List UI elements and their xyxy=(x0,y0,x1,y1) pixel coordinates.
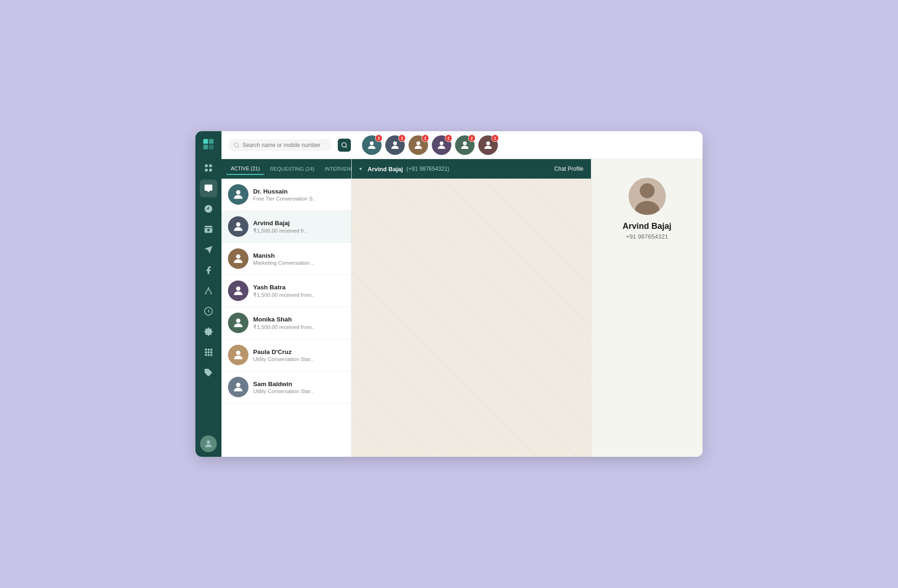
conv-msg-yash-batra: ₹1,500.00 received from.. xyxy=(253,292,345,298)
sidebar-item-apps[interactable] xyxy=(200,343,217,361)
conversation-item-manish[interactable]: Manish Marketing Conversation .. xyxy=(221,243,351,275)
svg-rect-19 xyxy=(210,349,212,351)
sidebar xyxy=(195,131,221,457)
conv-info-sam-baldwin: Sam Baldwin Utility Conversation Star.. xyxy=(253,381,345,394)
sidebar-item-history[interactable] xyxy=(200,200,217,218)
conv-avatar-paula-dcruz xyxy=(228,345,248,365)
conv-name-arvind-bajaj: Arvind Bajaj xyxy=(253,220,345,227)
conv-avatar-sam-baldwin xyxy=(228,377,248,397)
svg-point-36 xyxy=(236,190,240,194)
sidebar-item-send[interactable] xyxy=(200,241,217,259)
svg-rect-20 xyxy=(205,351,207,353)
chat-header-chevron: ▾ xyxy=(359,166,362,172)
header-avatar-2[interactable]: 2 xyxy=(385,135,405,155)
svg-point-32 xyxy=(416,141,420,145)
conv-msg-dr-hussain: Free Tier Conversation S.. xyxy=(253,196,345,201)
svg-rect-9 xyxy=(205,227,213,228)
conversation-item-sam-baldwin[interactable]: Sam Baldwin Utility Conversation Star.. xyxy=(221,371,351,403)
search-button[interactable] xyxy=(338,139,351,152)
conversation-item-yash-batra[interactable]: Yash Batra ₹1,500.00 received from.. xyxy=(221,275,351,307)
avatar-badge-5: 2 xyxy=(468,134,476,142)
svg-rect-25 xyxy=(210,354,212,356)
conversation-item-paula-dcruz[interactable]: Paula D'Cruz Utility Conversation Star.. xyxy=(221,339,351,371)
avatar-badge-1: 3 xyxy=(375,134,382,142)
svg-point-30 xyxy=(370,141,374,145)
conv-avatar-arvind-bajaj xyxy=(228,216,248,237)
conv-name-monika-shah: Monika Shah xyxy=(253,316,345,323)
sidebar-item-integrations[interactable] xyxy=(200,282,217,300)
chat-area: ▾ Arvind Bajaj (+91 987654321) Chat Prof… xyxy=(352,159,591,457)
header-avatar-3[interactable]: 2 xyxy=(409,135,428,155)
chat-background xyxy=(352,159,591,457)
svg-point-38 xyxy=(236,254,240,259)
profile-name: Arvind Bajaj xyxy=(623,221,671,231)
search-icon xyxy=(234,142,240,148)
conversation-item-dr-hussain[interactable]: Dr. Hussain Free Tier Conversation S.. xyxy=(221,179,351,211)
sidebar-item-chat[interactable] xyxy=(200,180,217,197)
avatar-badge-3: 2 xyxy=(422,134,429,142)
conversation-panel: ACTIVE (21) REQUESTING (24) INTERVENED (… xyxy=(221,159,352,457)
user-avatar-sidebar[interactable] xyxy=(200,435,217,452)
svg-point-34 xyxy=(463,141,467,145)
header-avatar-1[interactable]: 3 xyxy=(362,135,382,155)
svg-point-27 xyxy=(207,441,210,444)
conv-msg-manish: Marketing Conversation .. xyxy=(253,260,345,266)
conversation-item-arvind-bajaj[interactable]: Arvind Bajaj ₹1,500.00 received fr.. xyxy=(221,211,351,243)
avatar-badge-4: 2 xyxy=(445,134,452,142)
svg-rect-6 xyxy=(205,169,208,172)
logo[interactable] xyxy=(200,136,217,153)
svg-rect-1 xyxy=(209,139,214,144)
conv-info-yash-batra: Yash Batra ₹1,500.00 received from.. xyxy=(253,284,345,298)
svg-rect-23 xyxy=(205,354,207,356)
sidebar-item-dashboard[interactable] xyxy=(200,159,217,177)
avatar-badge-6: 1 xyxy=(491,134,499,142)
conv-info-manish: Manish Marketing Conversation .. xyxy=(253,252,345,266)
svg-point-40 xyxy=(236,319,240,323)
svg-rect-5 xyxy=(209,165,212,167)
conversation-tabs: ACTIVE (21) REQUESTING (24) INTERVENED (… xyxy=(221,159,351,179)
svg-rect-2 xyxy=(203,145,208,149)
chat-header-name: Arvind Bajaj xyxy=(368,166,403,173)
conv-name-dr-hussain: Dr. Hussain xyxy=(253,188,345,195)
svg-point-29 xyxy=(342,142,346,147)
svg-line-14 xyxy=(206,289,208,293)
svg-point-10 xyxy=(208,229,210,231)
tab-requesting[interactable]: REQUESTING (24) xyxy=(265,163,319,174)
svg-rect-0 xyxy=(203,139,208,144)
svg-point-31 xyxy=(393,141,397,145)
sidebar-item-reports[interactable] xyxy=(200,302,217,320)
conv-info-paula-dcruz: Paula D'Cruz Utility Conversation Star.. xyxy=(253,348,345,362)
top-header: 3 2 2 2 xyxy=(221,131,703,159)
conv-msg-paula-dcruz: Utility Conversation Star.. xyxy=(253,356,345,362)
conv-name-paula-dcruz: Paula D'Cruz xyxy=(253,348,345,355)
search-box xyxy=(229,139,331,151)
sidebar-item-settings[interactable] xyxy=(200,323,217,341)
header-avatars: 3 2 2 2 xyxy=(362,135,498,155)
svg-point-44 xyxy=(640,183,655,198)
tab-active[interactable]: ACTIVE (21) xyxy=(226,163,264,175)
conv-avatar-yash-batra xyxy=(228,281,248,301)
svg-point-41 xyxy=(236,351,240,355)
conv-name-manish: Manish xyxy=(253,252,345,259)
header-avatar-6[interactable]: 1 xyxy=(478,135,498,155)
conversation-item-monika-shah[interactable]: Monika Shah ₹1,500.00 received from.. xyxy=(221,307,351,339)
profile-phone: +91 987654321 xyxy=(626,233,668,240)
conv-info-monika-shah: Monika Shah ₹1,500.00 received from.. xyxy=(253,316,345,330)
chat-header-phone: (+91 987654321) xyxy=(407,166,449,172)
sidebar-item-contacts[interactable] xyxy=(200,220,217,238)
header-avatar-5[interactable]: 2 xyxy=(455,135,475,155)
header-avatar-4[interactable]: 2 xyxy=(432,135,451,155)
profile-panel: Arvind Bajaj +91 987654321 xyxy=(591,159,703,457)
conv-msg-arvind-bajaj: ₹1,500.00 received fr.. xyxy=(253,227,345,234)
conv-msg-monika-shah: ₹1,500.00 received from.. xyxy=(253,324,345,330)
sidebar-item-tags[interactable] xyxy=(200,364,217,381)
svg-point-12 xyxy=(205,293,207,294)
sidebar-nav xyxy=(200,159,217,435)
sidebar-item-facebook[interactable] xyxy=(200,261,217,279)
svg-rect-3 xyxy=(209,145,214,149)
svg-rect-24 xyxy=(208,354,209,356)
profile-avatar xyxy=(629,178,666,215)
search-input[interactable] xyxy=(242,142,327,148)
chat-profile-button[interactable]: Chat Profile xyxy=(554,166,583,172)
conv-name-sam-baldwin: Sam Baldwin xyxy=(253,381,345,388)
